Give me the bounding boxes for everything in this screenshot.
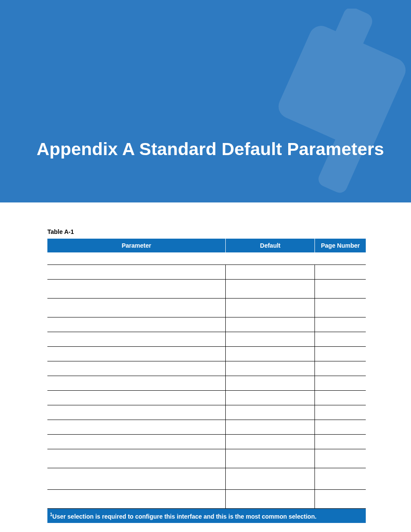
table-row bbox=[47, 361, 366, 376]
page-banner: Appendix A Standard Default Parameters bbox=[0, 0, 411, 202]
svg-rect-0 bbox=[327, 9, 375, 64]
footnote-text: User selection is required to configure … bbox=[53, 513, 317, 520]
svg-rect-1 bbox=[275, 22, 410, 155]
table-row bbox=[47, 390, 366, 405]
table-spacer-row bbox=[47, 252, 366, 264]
table-row bbox=[47, 346, 366, 361]
table-row bbox=[47, 434, 366, 449]
page-title: Appendix A Standard Default Parameters bbox=[37, 139, 384, 159]
header-default: Default bbox=[226, 239, 315, 252]
header-parameter: Parameter bbox=[47, 239, 226, 252]
table-row bbox=[47, 298, 366, 317]
table-row bbox=[47, 405, 366, 420]
table-row bbox=[47, 376, 366, 390]
table-row bbox=[47, 449, 366, 468]
table-row bbox=[47, 264, 366, 279]
parameters-table: Parameter Default Page Number 1User sele bbox=[47, 239, 366, 523]
svg-rect-2 bbox=[316, 128, 368, 194]
table-caption: Table A-1 bbox=[47, 228, 366, 235]
scanner-watermark-icon bbox=[252, 9, 411, 194]
table-header-row: Parameter Default Page Number bbox=[47, 239, 366, 252]
table-row bbox=[47, 332, 366, 346]
table-row bbox=[47, 468, 366, 489]
table-row bbox=[47, 489, 366, 508]
table-row bbox=[47, 420, 366, 434]
header-page-number: Page Number bbox=[315, 239, 366, 252]
table-row bbox=[47, 317, 366, 332]
table-footnote: 1User selection is required to configure… bbox=[47, 508, 366, 523]
table-row bbox=[47, 279, 366, 298]
content-area: Table A-1 Parameter Default Page Number bbox=[0, 202, 411, 523]
